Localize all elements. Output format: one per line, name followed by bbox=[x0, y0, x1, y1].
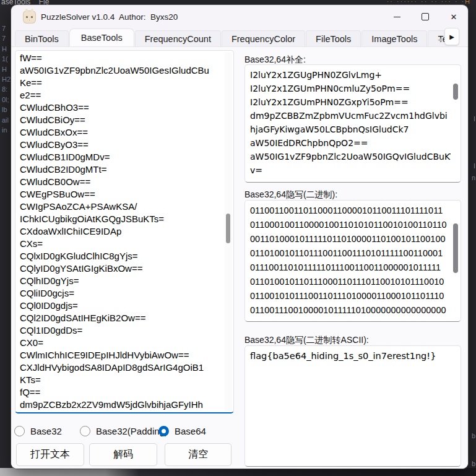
window-controls: ✕ bbox=[383, 5, 468, 28]
stego-ascii-output-box[interactable]: flag{ba5e64_hiding_1s_s0_in7erest1ng!} bbox=[244, 345, 461, 467]
radio-circle-icon bbox=[158, 426, 169, 436]
textarea-scrollbar[interactable] bbox=[225, 52, 232, 411]
maximize-icon bbox=[422, 13, 429, 20]
taskbar-strip bbox=[0, 468, 476, 476]
decode-button[interactable]: 解码 bbox=[89, 443, 157, 466]
alpaca-app-icon bbox=[23, 11, 36, 24]
tab-bar: BinTools BaseTools FrequencyCount Freque… bbox=[11, 28, 468, 46]
title-bar[interactable]: PuzzleSolver v1.0.4 Author: Byxs20 ✕ bbox=[11, 5, 468, 28]
close-icon: ✕ bbox=[451, 12, 457, 22]
tab-filetools[interactable]: FileTools bbox=[306, 30, 361, 46]
open-text-button[interactable]: 打开文本 bbox=[16, 443, 84, 466]
tab-basetools[interactable]: BaseTools bbox=[69, 28, 134, 46]
basetools-panel: fW== aW50IG1vZF9pbnZlc2UoaW50IGesIGludCB… bbox=[11, 46, 468, 469]
action-button-row: 打开文本 解码 清空 bbox=[11, 443, 244, 467]
tab-frequencycolor[interactable]: FrequencyColor bbox=[222, 30, 305, 46]
close-button[interactable]: ✕ bbox=[439, 5, 468, 28]
completion-output-box[interactable]: I2luY2x1ZGUgPHN0ZGlvLmg+ I2luY2x1ZGUmPHN… bbox=[244, 64, 461, 183]
tab-scroll-right-button[interactable]: ▶ bbox=[444, 28, 459, 45]
maximize-button[interactable] bbox=[411, 5, 439, 28]
scrollbar-thumb[interactable] bbox=[453, 223, 458, 273]
radio-circle-icon bbox=[14, 426, 25, 436]
background-window-fragment: n bbox=[472, 174, 475, 181]
stego-binary-label: Base32,64隐写(二进制): bbox=[244, 189, 337, 201]
radio-base32-padding[interactable]: Base32(Padding) bbox=[80, 423, 168, 438]
puzzlesolver-window: PuzzleSolver v1.0.4 Author: Byxs20 ✕ Bin… bbox=[11, 5, 468, 469]
background-window-fragment: I bbox=[474, 115, 475, 123]
radio-label: Base64 bbox=[175, 426, 206, 436]
background-window-fragment: b bbox=[472, 460, 475, 467]
minimize-button[interactable] bbox=[383, 5, 411, 28]
clear-button[interactable]: 清空 bbox=[165, 443, 232, 466]
base-input-text: fW== aW50IG1vZF9pbnZlc2UoaW50IGesIGludCB… bbox=[20, 52, 221, 411]
background-window-fragment: b bbox=[472, 432, 475, 439]
tab-scroll-left-icon[interactable]: ◀ bbox=[438, 37, 442, 43]
radio-label: Base32(Padding) bbox=[96, 426, 168, 436]
encoding-radio-group: Base32 Base32(Padding) Base64 bbox=[11, 423, 240, 438]
window-title: PuzzleSolver v1.0.4 Author: Byxs20 bbox=[41, 5, 178, 28]
background-window-fragment: ·· ······ ·· ·· ··· · ·H bbox=[386, 0, 471, 5]
tab-imagetools[interactable]: ImageTools bbox=[361, 30, 427, 46]
scrollbar-thumb[interactable] bbox=[453, 84, 458, 100]
stego-ascii-label: Base32,64隐写(二进制转ASCII): bbox=[244, 335, 369, 346]
tab-frequencycount[interactable]: FrequencyCount bbox=[135, 30, 221, 46]
stego-binary-output-text: 0110011001101100011000010110011101111011… bbox=[250, 204, 451, 321]
flag-output-text: flag{ba5e64_hiding_1s_s0_in7erest1ng!} bbox=[250, 349, 451, 466]
minimize-icon bbox=[394, 17, 400, 17]
tab-bintools[interactable]: BinTools bbox=[15, 30, 69, 46]
radio-label: Base32 bbox=[30, 426, 62, 436]
stego-binary-output-box[interactable]: 0110011001101100011000010110011101111011… bbox=[244, 200, 461, 322]
radio-circle-icon bbox=[80, 426, 90, 436]
radio-base64[interactable]: Base64 bbox=[158, 423, 206, 438]
screenshot-root: { "colors": { "accent": "#0067c0", "back… bbox=[0, 0, 476, 476]
base-input-textarea[interactable]: fW== aW50IG1vZF9pbnZlc2UoaW50IGesIGludCB… bbox=[15, 50, 234, 413]
scrollbar-thumb[interactable] bbox=[226, 214, 230, 243]
background-window-fragment-column: 7 7 H 1( H H2 8: 0l; lb ail in bbox=[2, 24, 11, 135]
background-window-fragment: I bbox=[474, 162, 475, 170]
completion-output-text: I2luY2x1ZGUgPHN0ZGlvLmg+ I2luY2x1ZGUmPHN… bbox=[250, 68, 451, 182]
radio-base32[interactable]: Base32 bbox=[14, 423, 62, 438]
